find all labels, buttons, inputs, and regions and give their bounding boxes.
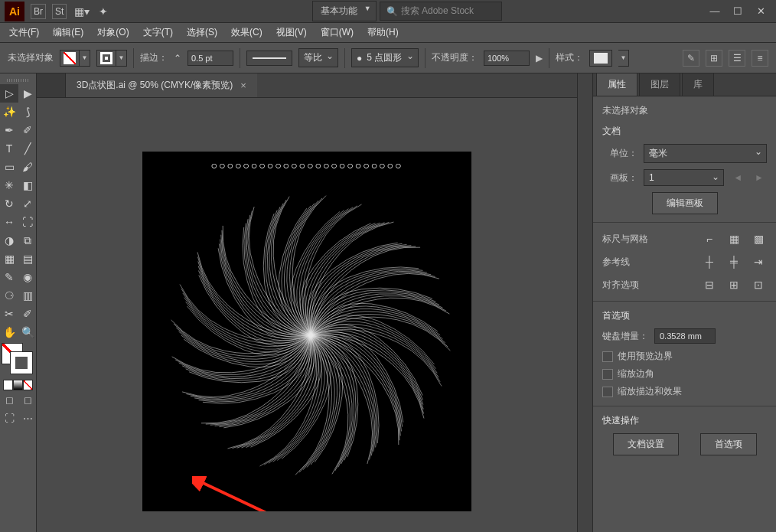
- panel-dock-strip[interactable]: [578, 73, 593, 532]
- column-graph-tool[interactable]: ▥: [18, 286, 37, 305]
- mesh-tool[interactable]: ▦: [0, 250, 18, 268]
- document-tab[interactable]: 3D点状图.ai @ 50% (CMYK/像素预览) ×: [66, 73, 257, 97]
- opacity-arrow[interactable]: ▶: [536, 53, 543, 64]
- blend-tool[interactable]: ◉: [18, 268, 37, 286]
- menu-window[interactable]: 窗口(W): [315, 23, 360, 42]
- width-tool[interactable]: ↔: [0, 213, 18, 231]
- perspective-tool[interactable]: ⧉: [18, 231, 37, 250]
- menu-object[interactable]: 对象(O): [91, 23, 135, 42]
- minimize-button[interactable]: ―: [704, 4, 725, 19]
- guides-show-icon[interactable]: ┼: [701, 253, 718, 270]
- doc-setup-icon[interactable]: ✎: [683, 50, 699, 67]
- symbol-sprayer-tool[interactable]: ⚆: [0, 286, 18, 305]
- document-setup-button[interactable]: 文档设置: [613, 433, 679, 455]
- selection-tool[interactable]: ▷: [0, 84, 18, 103]
- stock-icon[interactable]: St: [52, 4, 67, 19]
- transparency-grid-icon[interactable]: ▩: [750, 230, 767, 247]
- stroke-swatch-drop[interactable]: ▼: [116, 50, 127, 67]
- tab-libraries[interactable]: 库: [682, 73, 714, 96]
- artboard-next[interactable]: ►: [752, 172, 767, 183]
- variable-width-profile[interactable]: 等比: [298, 48, 338, 67]
- document-tab-close[interactable]: ×: [240, 80, 246, 91]
- menu-edit[interactable]: 编辑(E): [47, 23, 90, 42]
- stroke-indicator[interactable]: [11, 352, 32, 374]
- graphic-style-drop[interactable]: ▼: [618, 50, 629, 67]
- guides-lock-icon[interactable]: ╪: [725, 253, 742, 270]
- stroke-weight-input[interactable]: [187, 51, 233, 66]
- color-mode-swatch[interactable]: [3, 380, 13, 390]
- scale-strokes-checkbox[interactable]: [602, 387, 613, 397]
- slice-tool[interactable]: ✐: [18, 305, 37, 323]
- menu-help[interactable]: 帮助(H): [361, 23, 405, 42]
- fill-stroke-indicator[interactable]: [0, 341, 36, 380]
- stroke-swatch[interactable]: [96, 50, 116, 67]
- fill-swatch[interactable]: [60, 50, 80, 67]
- edit-artboard-button[interactable]: 编辑画板: [652, 192, 718, 214]
- snap-pixel-icon[interactable]: ⊟: [701, 276, 718, 293]
- artboard-prev[interactable]: ◄: [730, 172, 745, 183]
- rotate-tool[interactable]: ↻: [0, 194, 18, 213]
- magic-wand-tool[interactable]: ✨: [0, 103, 18, 121]
- paintbrush-tool[interactable]: 🖌: [18, 158, 37, 176]
- shaper-tool[interactable]: ✳: [0, 176, 18, 194]
- gpu-icon[interactable]: ✦: [97, 4, 109, 19]
- eraser-tool[interactable]: ◧: [18, 176, 37, 194]
- menu-select[interactable]: 选择(S): [181, 23, 223, 42]
- bridge-icon[interactable]: Br: [31, 4, 46, 19]
- graphic-style-swatch[interactable]: [589, 50, 612, 67]
- align-icon[interactable]: ☰: [729, 50, 745, 67]
- close-button[interactable]: ✕: [750, 4, 771, 19]
- artboard-select[interactable]: 1: [644, 169, 724, 186]
- unit-select[interactable]: 毫米: [644, 144, 767, 163]
- grid-icon[interactable]: ▦: [725, 230, 742, 247]
- tab-layers[interactable]: 图层: [639, 73, 680, 96]
- draw-mode-normal[interactable]: ◻: [0, 390, 18, 409]
- opacity-input[interactable]: [484, 51, 530, 66]
- workspace-switcher[interactable]: 基本功能: [312, 1, 377, 21]
- preview-bounds-checkbox[interactable]: [602, 351, 613, 362]
- stroke-profile[interactable]: [246, 51, 292, 66]
- menu-effect[interactable]: 效果(C): [225, 23, 269, 42]
- prefs-icon[interactable]: ⊞: [706, 50, 722, 67]
- canvas-viewport[interactable]: ○○○○○○○○○○○○○○○○○○○○○○○○: [37, 98, 577, 532]
- type-tool[interactable]: T: [0, 139, 18, 158]
- scale-tool[interactable]: ⤢: [18, 194, 37, 213]
- maximize-button[interactable]: ☐: [727, 4, 748, 19]
- menu-file[interactable]: 文件(F): [3, 23, 45, 42]
- preferences-button[interactable]: 首选项: [700, 433, 757, 455]
- ruler-icon[interactable]: ⌐: [701, 230, 718, 247]
- shape-builder-tool[interactable]: ◑: [0, 231, 18, 250]
- rectangle-tool[interactable]: ▭: [0, 158, 18, 176]
- free-transform-tool[interactable]: ⛶: [18, 213, 37, 231]
- zoom-tool[interactable]: 🔍: [18, 323, 37, 341]
- menu-type[interactable]: 文字(T): [137, 23, 179, 42]
- stroke-decrease[interactable]: ⌃: [174, 53, 181, 64]
- brush-definition[interactable]: ●5 点圆形: [351, 48, 419, 67]
- pen-tool[interactable]: ✒: [0, 121, 18, 139]
- snap-point-icon[interactable]: ⊞: [725, 276, 742, 293]
- stock-search-input[interactable]: 🔍 搜索 Adobe Stock: [380, 2, 502, 21]
- fill-swatch-drop[interactable]: ▼: [80, 50, 90, 67]
- edit-toolbar[interactable]: ⋯: [18, 409, 37, 427]
- none-mode-swatch[interactable]: [23, 380, 33, 390]
- tab-properties[interactable]: 属性: [596, 73, 637, 96]
- gradient-tool[interactable]: ▤: [18, 250, 37, 268]
- curvature-tool[interactable]: ✐: [18, 121, 37, 139]
- line-tool[interactable]: ╱: [18, 139, 37, 158]
- toolbox-grip[interactable]: [0, 77, 36, 84]
- direct-selection-tool[interactable]: ▶: [18, 84, 37, 103]
- artboard-tool[interactable]: ✂: [0, 305, 18, 323]
- hand-tool[interactable]: ✋: [0, 323, 18, 341]
- eyedropper-tool[interactable]: ✎: [0, 268, 18, 286]
- scale-corners-checkbox[interactable]: [602, 369, 613, 380]
- screen-mode[interactable]: ⛶: [0, 409, 18, 427]
- panel-menu-icon[interactable]: ≡: [752, 50, 768, 67]
- menu-view[interactable]: 视图(V): [270, 23, 313, 42]
- gradient-mode-swatch[interactable]: [13, 380, 23, 390]
- key-increment-input[interactable]: [654, 328, 716, 344]
- smart-guides-icon[interactable]: ⇥: [750, 253, 767, 270]
- draw-mode-behind[interactable]: ◻: [18, 390, 37, 409]
- arrange-icon[interactable]: ▦▾: [73, 4, 91, 19]
- snap-grid-icon[interactable]: ⊡: [750, 276, 767, 293]
- lasso-tool[interactable]: ⟆: [18, 103, 37, 121]
